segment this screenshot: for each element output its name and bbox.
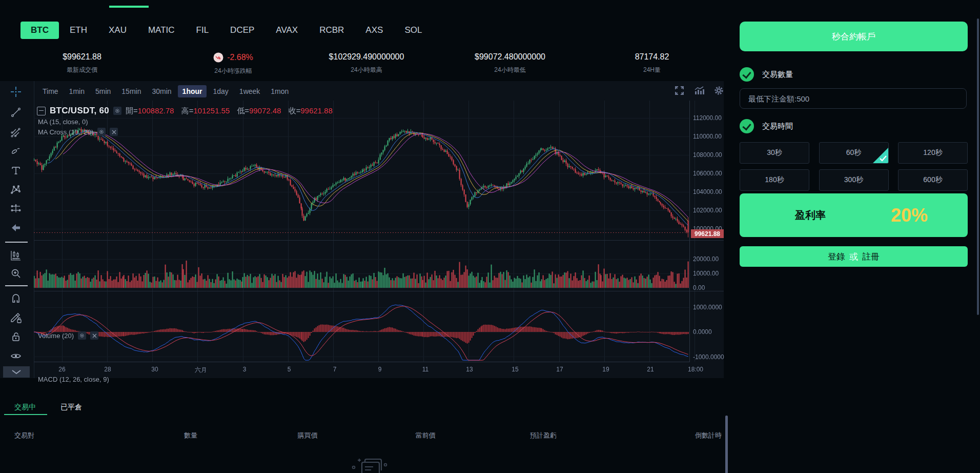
text-tool-icon[interactable] bbox=[9, 164, 23, 177]
coin-tab-rcbr[interactable]: RCBR bbox=[309, 22, 355, 39]
coin-tab-btc[interactable]: BTC bbox=[21, 22, 59, 39]
stat-last-price: $99621.88 最新成交價 bbox=[31, 52, 133, 74]
close-key: 收= bbox=[289, 106, 301, 115]
toolbar-divider bbox=[5, 242, 28, 243]
x-axis-label: 19 bbox=[602, 366, 609, 373]
bar-pattern-icon[interactable] bbox=[9, 249, 23, 262]
drawing-lock-icon[interactable] bbox=[9, 311, 23, 324]
page-scrollbar[interactable] bbox=[977, 18, 979, 315]
tf-1min[interactable]: 1min bbox=[65, 85, 89, 97]
pitchfork-tool-icon[interactable] bbox=[9, 126, 23, 139]
tab-trading[interactable]: 交易中 bbox=[14, 403, 36, 412]
macd-axis-label: 0.0000 bbox=[693, 328, 712, 336]
duration-600s-button[interactable]: 600秒 bbox=[898, 169, 968, 191]
ma-cross-close-icon[interactable] bbox=[110, 128, 118, 136]
ma-cross-gear-icon[interactable] bbox=[97, 128, 106, 136]
indicators-icon[interactable] bbox=[693, 85, 705, 96]
trend-line-tool-icon[interactable] bbox=[9, 106, 23, 119]
col-header-buy-price: 購買價 bbox=[282, 431, 333, 440]
x-axis-label: 13 bbox=[466, 366, 473, 373]
coin-tab-matic[interactable]: MATIC bbox=[137, 22, 186, 39]
duration-120s-button[interactable]: 120秒 bbox=[898, 142, 968, 164]
tf-30min[interactable]: 30min bbox=[147, 85, 176, 97]
price-axis-label: 110000.00 bbox=[693, 133, 722, 140]
coin-tab-xau[interactable]: XAU bbox=[98, 22, 137, 39]
duration-30s-button[interactable]: 30秒 bbox=[740, 142, 809, 164]
profit-rate-label: 盈利率 bbox=[795, 208, 826, 222]
chart-legend: BTC/USDT, 60 開=100882.78 高=101251.55 低=9… bbox=[37, 106, 333, 116]
volume-axis-label: 0.00 bbox=[693, 284, 705, 291]
volume-label: 24H量 bbox=[601, 66, 703, 74]
price-axis-label: 102000.00 bbox=[693, 207, 722, 214]
tf-1mon[interactable]: 1mon bbox=[266, 85, 293, 97]
chart-canvas[interactable] bbox=[34, 101, 724, 378]
volume-axis-label: 20000.00 bbox=[693, 255, 719, 263]
ma-cross-label: MA Cross (10,, 20) bbox=[38, 128, 93, 136]
duration-180s-button[interactable]: 180秒 bbox=[740, 169, 809, 191]
trade-quantity-row: 交易數量 bbox=[740, 67, 793, 82]
lock-icon[interactable] bbox=[9, 330, 23, 344]
legend-gear-icon[interactable] bbox=[113, 107, 121, 115]
positions-scrollbar[interactable] bbox=[725, 416, 728, 473]
coin-tab-sol[interactable]: SOL bbox=[394, 22, 433, 39]
legend-collapse-icon[interactable] bbox=[37, 107, 46, 115]
duration-60s-button[interactable]: 60秒 bbox=[819, 142, 889, 164]
volume-close-icon[interactable] bbox=[90, 331, 98, 340]
selected-corner-check-icon bbox=[873, 148, 888, 163]
x-axis-label: 17 bbox=[556, 366, 563, 373]
macd-axis-label: -1000.0000 bbox=[693, 353, 724, 361]
profit-rate-box: 盈利率 20% bbox=[740, 193, 968, 237]
coin-tab-eth[interactable]: ETH bbox=[59, 22, 98, 39]
coin-tab-dcep[interactable]: DCEP bbox=[219, 22, 265, 39]
tf-5min[interactable]: 5min bbox=[91, 85, 115, 97]
coin-tab-fil[interactable]: FIL bbox=[186, 22, 220, 39]
or-label: 或 bbox=[849, 251, 858, 263]
col-header-expected-pnl: 預計盈虧 bbox=[513, 431, 574, 440]
zoom-in-icon[interactable] bbox=[9, 267, 23, 280]
tf-1hour[interactable]: 1hour bbox=[178, 85, 207, 97]
x-axis-label: 9 bbox=[378, 366, 382, 373]
x-axis-label: 26 bbox=[58, 366, 65, 373]
volume-axis-label: 10000.00 bbox=[693, 270, 719, 277]
coin-tab-bar: BTC ETH XAU MATIC FIL DCEP AVAX RCBR AXS… bbox=[21, 22, 433, 39]
crosshair-tool-icon[interactable] bbox=[9, 85, 23, 98]
profit-rate-value: 20% bbox=[891, 205, 928, 226]
toolbar-collapse-chevron[interactable] bbox=[3, 366, 30, 378]
settings-gear-icon[interactable] bbox=[713, 85, 724, 96]
low-value: $99072.480000000 bbox=[448, 52, 571, 62]
x-axis-label: 11 bbox=[422, 366, 428, 373]
col-header-countdown: 倒數計時 bbox=[666, 431, 722, 440]
tf-15min[interactable]: 15min bbox=[117, 85, 146, 97]
active-tab-underline bbox=[4, 414, 47, 415]
coin-tab-avax[interactable]: AVAX bbox=[265, 22, 309, 39]
brush-tool-icon[interactable] bbox=[9, 145, 23, 158]
stat-volume: 87174.82 24H量 bbox=[601, 52, 703, 74]
fullscreen-icon[interactable] bbox=[674, 85, 685, 96]
x-axis-label: 15 bbox=[512, 366, 518, 373]
price-axis-label: 106000.00 bbox=[693, 170, 722, 177]
symbol-interval-label: BTC/USDT, 60 bbox=[50, 106, 109, 116]
x-axis-label: 28 bbox=[104, 366, 111, 373]
stat-low: $99072.480000000 24小時最低 bbox=[448, 52, 571, 74]
xabcd-pattern-tool-icon[interactable] bbox=[9, 183, 23, 196]
timeframe-bar: Time 1min 5min 15min 30min 1hour 1day 1w… bbox=[38, 85, 293, 97]
coin-tab-axs[interactable]: AXS bbox=[355, 22, 394, 39]
tf-1day[interactable]: 1day bbox=[208, 85, 233, 97]
low-key: 低= bbox=[237, 106, 249, 115]
back-arrow-icon[interactable] bbox=[9, 221, 23, 234]
tf-1week[interactable]: 1week bbox=[235, 85, 264, 97]
low-label: 24小時最低 bbox=[448, 66, 571, 74]
bet-amount-input[interactable] bbox=[740, 88, 967, 109]
register-label: 註冊 bbox=[862, 251, 880, 263]
duration-300s-button[interactable]: 300秒 bbox=[819, 169, 889, 191]
eye-icon[interactable] bbox=[9, 349, 23, 363]
tab-closed[interactable]: 已平倉 bbox=[60, 403, 82, 412]
seconds-contract-account-button[interactable]: 秒合約帳戶 bbox=[740, 22, 968, 51]
volume-gear-icon[interactable] bbox=[78, 331, 86, 340]
magnet-icon[interactable] bbox=[9, 292, 23, 306]
login-or-register-button[interactable]: 登錄 或 註冊 bbox=[740, 246, 968, 267]
tf-time[interactable]: Time bbox=[38, 85, 63, 97]
projection-tool-icon[interactable] bbox=[9, 202, 23, 215]
check-circle-icon bbox=[740, 67, 754, 82]
login-label: 登錄 bbox=[828, 251, 845, 263]
